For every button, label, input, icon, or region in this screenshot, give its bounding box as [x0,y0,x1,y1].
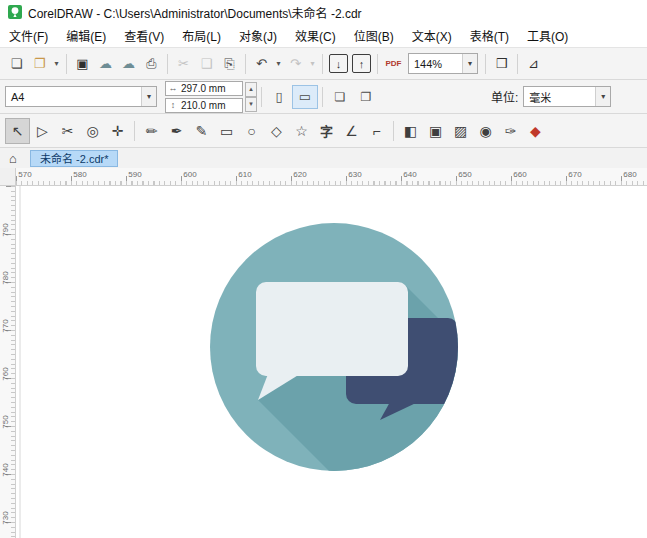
menu-text[interactable]: 文本(X) [403,24,461,47]
shape-tool[interactable]: ▷ [30,118,55,144]
text-tool[interactable]: 字 [314,118,339,144]
vertical-ruler[interactable]: 790 780 770 760 750 740 730 [0,186,16,538]
redo-dropdown-caret-icon[interactable]: ▾ [307,52,318,75]
page-size-preset-combo[interactable]: A4 ▾ [5,86,157,107]
chevron-down-icon[interactable]: ▾ [462,54,477,73]
drawing-page[interactable] [16,186,647,538]
ellipse-tool[interactable]: ○ [239,118,264,144]
polygon-tool[interactable]: ◇ [264,118,289,144]
document-tab-active[interactable]: 未命名 -2.cdr* [30,150,118,167]
toolbar-separator [485,54,486,74]
ruler-label: 640 [403,170,416,179]
save-button[interactable]: ▣ [71,52,94,75]
page-size-preset-value: A4 [6,91,141,103]
menu-view[interactable]: 查看(V) [115,24,173,47]
ruler-label: 620 [293,170,306,179]
menu-edit[interactable]: 编辑(E) [57,24,115,47]
ruler-label: 790 [1,223,10,236]
page-width-value: 297.0 mm [180,83,225,94]
rectangle-tool[interactable]: ▭ [214,118,239,144]
ruler-corner[interactable] [0,168,16,185]
ruler-label: 650 [458,170,471,179]
menu-effects[interactable]: 效果(C) [286,24,345,47]
transparency-tool[interactable]: ▨ [448,118,473,144]
open-button[interactable]: ❐ [28,52,51,75]
menu-table[interactable]: 表格(T) [461,24,518,47]
page-size-stepper: ▴ ▾ [245,82,257,112]
ruler-label: 730 [1,511,10,524]
zoom-tool[interactable]: ◎ [80,118,105,144]
zoom-level-combo[interactable]: 144% ▾ [408,53,478,74]
menu-object[interactable]: 对象(J) [230,24,286,47]
toolbar-separator [167,54,168,74]
workspace: 790 780 770 760 750 740 730 [0,186,647,538]
artistic-media-tool[interactable]: ✎ [189,118,214,144]
ruler-label: 760 [1,367,10,380]
pan-tool[interactable]: ✛ [105,118,130,144]
bezier-tool[interactable]: ✒ [164,118,189,144]
undo-dropdown-caret-icon[interactable]: ▾ [273,52,284,75]
toolbar-separator [245,54,246,74]
menu-bitmaps[interactable]: 位图(B) [345,24,403,47]
ruler-label: 610 [238,170,251,179]
stepper-down-icon[interactable]: ▾ [245,97,257,112]
front-bubble-body[interactable] [256,282,408,376]
smart-fill-tool[interactable]: ▣ [423,118,448,144]
title-bar: CorelDRAW - C:\Users\Administrator\Docum… [0,0,647,24]
interactive-fill-tool[interactable]: ◧ [398,118,423,144]
ruler-label: 780 [1,271,10,284]
ruler-label: 770 [1,319,10,332]
welcome-home-icon[interactable]: ⌂ [4,150,22,166]
menu-tools[interactable]: 工具(O) [518,24,577,47]
landscape-button[interactable]: ▭ [292,85,318,109]
print-button[interactable]: ⎙ [140,52,163,75]
show-rulers-button[interactable]: ⊿ [522,52,545,75]
eyedropper-tool[interactable]: ◉ [473,118,498,144]
connector-tool[interactable]: ⌐ [364,118,389,144]
toolbar-separator [322,87,323,107]
open-from-cloud-button[interactable]: ☁ [94,52,117,75]
toolbar-separator [261,87,262,107]
copy-button[interactable]: ❑ [195,52,218,75]
import-button[interactable]: ↓ [329,54,348,73]
freehand-tool[interactable]: ✏ [139,118,164,144]
open-dropdown-caret-icon[interactable]: ▾ [51,52,62,75]
width-icon: ↔ [166,83,180,93]
crop-tool[interactable]: ✂ [55,118,80,144]
zoom-level-value: 144% [409,58,462,70]
menu-layout[interactable]: 布局(L) [173,24,230,47]
fill-tool[interactable]: ◆ [523,118,548,144]
drawing-canvas[interactable] [16,186,647,538]
save-to-cloud-button[interactable]: ☁ [117,52,140,75]
current-page-button[interactable]: ❐ [353,85,379,109]
portrait-button[interactable]: ▯ [266,85,292,109]
toolbar-separator [134,121,135,141]
outline-pen-tool[interactable]: ✑ [498,118,523,144]
stepper-up-icon[interactable]: ▴ [245,82,257,97]
page-height-field[interactable]: ↕ 210.0 mm [165,98,243,113]
horizontal-ruler[interactable]: 570 580 590 600 610 620 630 640 650 660 … [0,168,647,186]
paste-button[interactable]: ⎘ [218,52,241,75]
units-combo[interactable]: 毫米 ▾ [523,86,611,107]
ruler-label: 600 [183,170,196,179]
ruler-label: 660 [513,170,526,179]
page-dimensions-group: ↔ 297.0 mm ↕ 210.0 mm [165,81,243,113]
page-width-field[interactable]: ↔ 297.0 mm [165,81,243,96]
ruler-label: 740 [1,463,10,476]
chevron-down-icon[interactable]: ▾ [141,87,156,106]
all-pages-button[interactable]: ❏ [327,85,353,109]
ruler-label: 570 [18,170,31,179]
chevron-down-icon[interactable]: ▾ [595,87,610,106]
dimension-tool[interactable]: ∠ [339,118,364,144]
pick-tool[interactable]: ↖ [5,118,30,144]
ruler-label: 750 [1,415,10,428]
undo-button[interactable]: ↶ [250,52,273,75]
fullscreen-preview-button[interactable]: ❒ [490,52,513,75]
cut-button[interactable]: ✂ [172,52,195,75]
new-document-button[interactable]: ❏ [5,52,28,75]
export-button[interactable]: ↑ [352,54,371,73]
redo-button[interactable]: ↷ [284,52,307,75]
publish-to-pdf-button[interactable]: PDF [382,52,405,75]
star-tool[interactable]: ☆ [289,118,314,144]
menu-file[interactable]: 文件(F) [0,24,57,47]
